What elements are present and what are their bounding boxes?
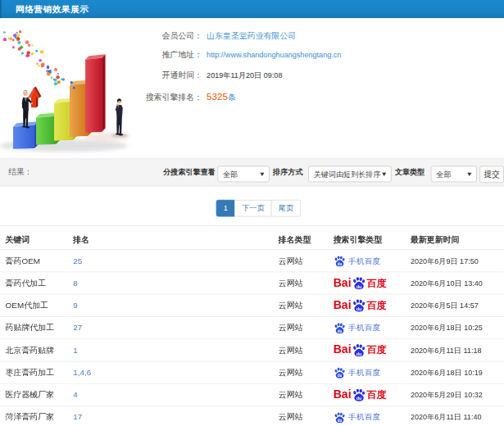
rank-cell: 9 (68, 294, 273, 316)
article-type-label: 文章类型 (395, 167, 425, 177)
field-url-label: 推广地址： (41, 49, 203, 60)
field-rank-count: 搜索引擎排名： 5325条 (0, 92, 504, 102)
keyword-cell: 医疗器械厂家 (0, 383, 68, 406)
engine-logo-mobile-baidu: 手机百度 (334, 411, 406, 423)
page-header: 网络营销效果展示 (0, 0, 504, 18)
rank-cell: 4 (68, 383, 273, 406)
table-row: 菏泽膏药厂家17云网站手机百度2020年6月11日 11:40 (0, 406, 504, 426)
keyword-cell: 药贴牌代加工 (0, 316, 68, 338)
baidu-paw-icon (352, 343, 366, 357)
keyword-cell: 膏药代加工 (0, 272, 68, 294)
updated-cell: 2020年6月18日 10:25 (405, 316, 504, 338)
engine-select[interactable]: 全部 (217, 166, 270, 183)
rank-cell: 27 (68, 316, 273, 338)
sort-label-wrap: 排序方式 (273, 159, 302, 185)
rank-type-cell: 云网站 (273, 272, 328, 294)
field-company: 会员公司： 山东皇圣堂药业有限公司 (0, 30, 504, 41)
page-1-button[interactable]: 1 (216, 200, 235, 217)
col-updated: 最新更新时间 (405, 226, 504, 250)
engine-cell: 手机百度 (328, 250, 405, 272)
next-page-button[interactable]: 下一页 (234, 200, 271, 217)
rank-link[interactable]: 25 (73, 256, 82, 265)
sort-filter: 关键词由短到长排序 (308, 159, 392, 185)
col-engine-type: 搜索引擎类型 (328, 226, 405, 250)
engine-logo-baidu: Bai百度 (334, 299, 406, 313)
rank-cell: 8 (68, 272, 273, 294)
engine-logo-baidu: Bai百度 (334, 388, 406, 402)
mobile-baidu-label: 手机百度 (348, 367, 381, 377)
rank-link[interactable]: 27 (73, 323, 82, 333)
sort-select[interactable]: 关键词由短到长排序 (308, 166, 392, 183)
promotion-url-link[interactable]: http://www.shandonghuangshengtang.cn (207, 51, 341, 59)
mobile-baidu-label: 手机百度 (348, 323, 381, 333)
keyword-cell: 膏药OEM (0, 250, 68, 272)
rank-type-cell: 云网站 (273, 383, 328, 406)
rank-cell: 1 (68, 339, 273, 361)
caret-down-icon (382, 173, 386, 176)
baidu-paw-icon (334, 367, 347, 378)
baidu-paw-icon (334, 255, 347, 266)
baidu-logo-cn: 百度 (367, 277, 387, 290)
info-section: 会员公司： 山东皇圣堂药业有限公司 推广地址： http://www.shand… (0, 18, 504, 158)
baidu-logo-bai: Bai (334, 343, 352, 357)
rank-cell: 1,4,6 (68, 361, 273, 383)
field-url: 推广地址： http://www.shandonghuangshengtang.… (0, 49, 504, 60)
updated-cell: 2020年5月29日 10:32 (405, 383, 504, 406)
engine-cell: Bai百度 (328, 383, 405, 406)
engine-cell: 手机百度 (328, 406, 405, 426)
col-rank: 排名 (68, 226, 273, 250)
last-page-button[interactable]: 尾页 (271, 200, 301, 217)
col-keyword: 关键词 (0, 226, 68, 250)
table-row: 膏药OEM25云网站手机百度2020年6月9日 17:50 (0, 250, 504, 272)
updated-cell: 2020年6月5日 14:57 (405, 294, 504, 316)
article-type-select[interactable]: 全部 (431, 166, 477, 183)
keyword-cell: 菏泽膏药厂家 (0, 406, 68, 426)
rank-link[interactable]: 1 (73, 346, 78, 356)
field-open-time-label: 开通时间： (41, 70, 203, 80)
baidu-paw-icon (334, 322, 347, 333)
rank-link[interactable]: 17 (73, 412, 82, 422)
engine-select-value: 全部 (223, 169, 238, 179)
mobile-baidu-label: 手机百度 (348, 256, 381, 265)
pagination: 1 下一页 尾页 (216, 200, 301, 217)
rank-type-cell: 云网站 (273, 361, 328, 383)
field-company-label: 会员公司： (41, 30, 203, 41)
submit-wrap: 提交 (479, 159, 504, 185)
submit-button[interactable]: 提交 (479, 165, 504, 183)
article-type-filter: 全部 (431, 159, 477, 185)
table-row: 药贴牌代加工27云网站手机百度2020年6月18日 10:25 (0, 316, 504, 338)
company-link[interactable]: 山东皇圣堂药业有限公司 (207, 31, 296, 41)
rank-link[interactable]: 1,4,6 (73, 368, 91, 378)
baidu-paw-icon (352, 299, 366, 313)
col-rank-type: 排名类型 (273, 226, 328, 250)
engine-logo-mobile-baidu: 手机百度 (334, 367, 406, 378)
rank-count-unit: 条 (228, 93, 236, 102)
rank-link[interactable]: 4 (73, 390, 78, 400)
table-row: 枣庄膏药加工1,4,6云网站手机百度2020年6月18日 10:19 (0, 361, 504, 383)
updated-cell: 2020年6月11日 11:40 (405, 406, 504, 426)
mobile-baidu-label: 手机百度 (348, 412, 381, 422)
engine-filter: 全部 (217, 159, 270, 185)
result-label: 结果： (8, 159, 33, 185)
engine-filter-label-wrap: 分搜索引擎查看 (163, 159, 216, 185)
field-rank-count-label: 搜索引擎排名： (41, 92, 203, 102)
keyword-cell: 北京膏药贴牌 (0, 339, 68, 361)
rank-link[interactable]: 8 (73, 279, 78, 288)
updated-cell: 2020年6月9日 17:50 (405, 250, 504, 272)
table-row: OEM代加工9云网站Bai百度2020年6月5日 14:57 (0, 294, 504, 316)
rank-count-value: 5325 (207, 92, 228, 102)
engine-logo-mobile-baidu: 手机百度 (334, 322, 406, 333)
baidu-paw-icon (352, 276, 366, 290)
sort-label: 排序方式 (273, 167, 302, 177)
caret-down-icon (467, 173, 471, 176)
keyword-cell: 枣庄膏药加工 (0, 361, 68, 383)
rank-type-cell: 云网站 (273, 250, 328, 272)
engine-logo-baidu: Bai百度 (334, 276, 406, 290)
rank-cell: 17 (68, 406, 273, 426)
caret-down-icon (260, 173, 264, 176)
rank-type-cell: 云网站 (273, 316, 328, 338)
rank-link[interactable]: 9 (73, 301, 78, 310)
engine-logo-mobile-baidu: 手机百度 (334, 255, 406, 266)
rank-cell: 25 (68, 250, 273, 272)
table-row: 医疗器械厂家4云网站Bai百度2020年5月29日 10:32 (0, 383, 504, 406)
